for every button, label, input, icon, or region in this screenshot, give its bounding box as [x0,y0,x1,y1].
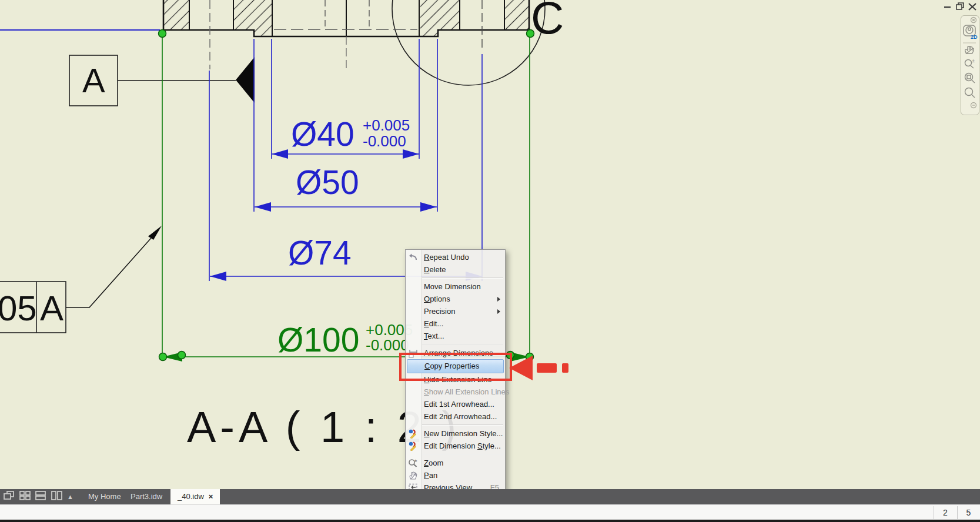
menu-item-label: Edit 2nd Arrowhead... [424,412,497,421]
menu-item-label: New Dimension Style... [424,429,503,438]
menu-item-edit[interactable]: Edit... [406,317,505,330]
dimension-d40[interactable]: Ø40 +0.005 -0.000 [272,39,419,159]
menu-item-label: Precision [424,307,455,316]
tab-label: My Home [88,492,121,501]
menu-item-edit-2nd-arrowhead[interactable]: Edit 2nd Arrowhead... [406,410,505,423]
cascade-windows-icon[interactable] [4,491,15,503]
status-bar: 2 5 [0,504,980,520]
menu-item-label: Pan [424,471,437,480]
menu-item-label: Zoom [424,459,443,467]
context-menu: Repeat UndoDeleteMove DimensionOptionsPr… [405,249,506,522]
menu-item-label: Arrange Dimensions [424,349,493,357]
section-view-geometry [163,0,529,69]
menu-item-label: Move Dimension [424,282,481,291]
navigation-bar-icons: 2D ± [961,16,978,113]
d74-value: Ø74 [288,234,352,272]
submenu-arrow-icon [497,297,500,302]
zoom-icon[interactable]: ± [965,58,975,68]
tab-part3-idw[interactable]: Part3.idw [123,489,169,504]
close-button[interactable] [969,4,976,10]
tile-windows-icon[interactable] [19,491,31,503]
navigation-wheel-2d-icon[interactable]: 2D [964,25,978,40]
menu-item-text[interactable]: Text... [406,330,505,342]
svg-text:±: ± [414,458,417,463]
menu-item-move-dimension[interactable]: Move Dimension [406,280,505,293]
detail-view-label: C [531,0,564,44]
d100-tol-lower: -0.000 [366,336,409,354]
menu-item-label: Edit... [424,319,443,328]
menu-item-edit-1st-arrowhead[interactable]: Edit 1st Arrowhead... [406,398,505,410]
minimize-button[interactable] [944,6,951,8]
status-value-sheet: 2 [934,505,957,520]
menu-item-label: Repeat Undo [424,253,469,262]
navbar-close-icon[interactable] [971,18,976,23]
menu-item-new-dimension-style[interactable]: New Dimension Style... [406,427,505,440]
tab-label: _40.idw [178,492,204,501]
menu-item-label: Show All Extension Lines [424,387,509,396]
restore-button[interactable] [956,3,964,9]
navbar-more-icon[interactable] [971,103,976,108]
menu-separator [422,344,503,345]
menu-item-label: Edit 1st Arrowhead... [424,400,494,409]
menu-item-arrange-dimensions[interactable]: Arrange Dimensions [406,347,505,359]
d100-value: Ø100 [277,321,359,359]
detail-view-circle: C [392,0,564,85]
menu-item-label: Delete [424,265,446,274]
undo-icon [408,252,419,262]
tile-vertical-icon[interactable] [51,491,62,503]
document-window-controls [944,2,978,12]
dimension-style-icon [408,429,419,439]
menu-item-copy-properties[interactable]: Copy Properties [407,359,504,373]
close-tab-icon[interactable]: × [209,492,213,501]
menu-item-edit-dimension-style[interactable]: Edit Dimension Style... [406,440,505,452]
menu-separator [422,424,503,426]
pan-icon [408,470,419,480]
menu-item-show-all-extension-lines: Show All Extension Lines [406,386,505,398]
document-tab-bar: ▲ My HomePart3.idw_40.idw× [0,489,980,504]
menu-item-precision[interactable]: Precision [406,305,505,317]
menu-item-pan[interactable]: Pan [406,469,505,481]
fcf-leader-arrowhead [148,226,162,240]
datum-triangle-icon [236,57,255,103]
tab-list-expand-icon[interactable]: ▲ [67,493,73,500]
dimension-style-icon [408,441,419,451]
menu-item-hide-extension-line[interactable]: Hide Extension Line [406,373,505,386]
zoom-icon: ± [408,458,419,468]
d40-tol-upper: +0.005 [363,116,410,134]
d40-tol-lower: -0.000 [363,132,406,150]
menu-item-label: Hide Extension Line [424,375,492,384]
inventor-drawing-window: C A 05 A A-A ( 1 : 2 ) [0,0,980,522]
menu-separator [422,277,503,279]
tab-40-idw[interactable]: _40.idw× [170,489,220,504]
menu-item-zoom[interactable]: ±Zoom [406,457,505,469]
zoom-window-icon[interactable] [965,73,975,83]
zoom-all-icon[interactable] [965,88,975,98]
navigation-bar: 2D ± [961,15,979,115]
menu-item-label: Copy Properties [424,362,479,370]
d40-value: Ø40 [291,115,354,153]
menu-separator [422,454,503,455]
d50-value: Ø50 [296,163,359,201]
menu-item-label: Options [424,295,450,303]
arrange-dimensions-icon [408,348,419,358]
menu-item-delete[interactable]: Delete [406,263,505,276]
tile-horizontal-icon[interactable] [35,491,46,503]
menu-item-label: Text... [424,332,444,340]
tab-my-home[interactable]: My Home [81,489,128,504]
tab-label: Part3.idw [131,492,162,501]
submenu-arrow-icon [497,309,500,314]
window-bottom-edge [0,520,980,522]
datum-a-label: A [82,61,105,99]
menu-item-repeat-undo[interactable]: Repeat Undo [406,251,505,263]
menu-item-options[interactable]: Options [406,293,505,305]
svg-text:2D: 2D [971,34,978,40]
menu-item-label: Edit Dimension Style... [424,441,501,450]
svg-text:±: ± [972,58,975,63]
fcf-datum: A [40,289,63,328]
status-value-count: 5 [957,505,980,520]
fcf-tolerance: 05 [0,289,37,328]
feature-control-frame[interactable]: 05 A [0,226,162,333]
pan-icon[interactable] [965,46,974,53]
